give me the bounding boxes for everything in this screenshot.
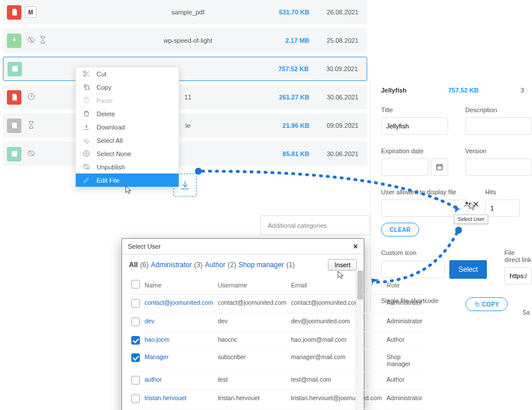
- ctx-select-none[interactable]: Select None: [76, 147, 179, 160]
- file-date: 09.09.2021: [327, 122, 359, 129]
- detail-size: 757.52 KB: [448, 87, 479, 94]
- file-size: 531.70 KB: [279, 9, 309, 16]
- checkbox[interactable]: [131, 376, 140, 385]
- title-input[interactable]: [381, 117, 448, 135]
- file-row[interactable]: 85.81 KB 30.06.2021: [3, 142, 367, 166]
- filter-all[interactable]: All: [129, 261, 138, 269]
- insert-button[interactable]: Insert: [328, 259, 357, 271]
- svg-point-5: [84, 75, 86, 76]
- ctx-delete[interactable]: Delete: [76, 107, 179, 120]
- sa-text: Sa: [523, 309, 530, 316]
- file-row[interactable]: M sample_pdf 531.70 KB 26.08.2021: [3, 0, 367, 24]
- file-date: 30.06.2021: [327, 94, 359, 101]
- scrollbar[interactable]: [356, 271, 364, 410]
- file-row[interactable]: 757.52 KB 30.09.2021: [3, 57, 367, 81]
- pdf-icon: [7, 5, 21, 20]
- file-size: 85.81 KB: [283, 150, 309, 157]
- svg-point-4: [84, 71, 86, 73]
- checkbox[interactable]: [131, 299, 140, 308]
- ctx-download[interactable]: Download: [76, 120, 179, 134]
- file-size: 757.52 KB: [278, 65, 309, 72]
- table-row[interactable]: tristan.hervouettristan.hervouettristan.…: [129, 390, 424, 409]
- file-row[interactable]: le 21.96 KB 09.09.2021: [3, 113, 367, 138]
- hits-label: Hits: [485, 189, 532, 195]
- badge-m: M: [25, 6, 36, 18]
- zip-icon: [7, 34, 21, 48]
- file-date: 30.09.2021: [326, 65, 358, 72]
- table-row[interactable]: Managersubscribermanager@mail.comShop ma…: [129, 349, 424, 372]
- description-input[interactable]: [466, 117, 533, 135]
- svg-rect-0: [12, 66, 17, 71]
- col-email[interactable]: Email: [289, 275, 384, 295]
- file-row[interactable]: wp-speed-of-light 2.17 MB 25.08.2021: [3, 28, 367, 53]
- ctx-copy[interactable]: Copy: [76, 80, 179, 94]
- ctx-select-all[interactable]: Select All: [76, 134, 179, 147]
- cursor-icon: [125, 185, 133, 197]
- hits-input[interactable]: [485, 200, 520, 217]
- file-icon: [7, 119, 21, 133]
- jpg-icon: [8, 62, 22, 76]
- svg-rect-3: [12, 151, 17, 156]
- checkbox[interactable]: [131, 353, 140, 362]
- eye-off-icon: [27, 36, 35, 46]
- file-date: 30.06.2021: [327, 150, 359, 157]
- filter-shop-manager[interactable]: Shop manager: [238, 261, 284, 269]
- file-size: 21.96 KB: [283, 122, 309, 129]
- ctx-unpublish[interactable]: Unpublish: [76, 160, 179, 173]
- svg-rect-12: [476, 304, 479, 306]
- table-row[interactable]: contact@joomunited.comcontact@joomunited…: [129, 295, 424, 313]
- filter-administrator[interactable]: Administrator: [151, 261, 192, 269]
- modal-filters: All(6) Administrator(3) Author(2) Shop m…: [122, 254, 364, 275]
- checkbox[interactable]: [131, 394, 140, 403]
- pdf-icon: [7, 90, 21, 105]
- filter-author[interactable]: Author: [205, 261, 225, 269]
- copy-button[interactable]: COPY: [466, 297, 508, 311]
- file-size: 261.27 KB: [279, 94, 309, 101]
- detail-date: 3: [520, 87, 524, 94]
- context-menu: Cut Copy Paste Delete Download Select Al…: [75, 67, 179, 187]
- hourglass-icon: [27, 121, 35, 131]
- ctx-cut[interactable]: Cut: [76, 67, 179, 80]
- col-name[interactable]: Name: [142, 275, 216, 295]
- file-row[interactable]: 11 261.27 KB 30.06.2021: [3, 85, 367, 109]
- cursor-icon: [337, 270, 345, 282]
- description-label: Description: [466, 106, 533, 113]
- title-label: Title: [381, 106, 448, 113]
- svg-rect-6: [86, 86, 89, 90]
- hourglass-icon: [39, 36, 47, 46]
- file-list-panel: M sample_pdf 531.70 KB 26.08.2021 wp-spe…: [3, 0, 367, 170]
- checkbox[interactable]: [131, 317, 140, 326]
- file-size: 2.17 MB: [285, 37, 309, 44]
- table-row[interactable]: authortesttest@mail.comAuthor: [129, 372, 424, 390]
- clock-icon: [27, 93, 35, 102]
- ctx-paste: Paste: [76, 94, 179, 107]
- user-table: Name Username Email Role contact@joomuni…: [129, 275, 424, 409]
- file-name: wp-speed-of-light: [136, 37, 240, 44]
- svg-rect-2: [12, 123, 16, 128]
- file-name: sample_pdf: [136, 9, 240, 16]
- close-icon[interactable]: ×: [353, 242, 358, 251]
- modal-title: Select User: [128, 243, 161, 250]
- checkbox-all[interactable]: [131, 280, 140, 289]
- table-row[interactable]: hao.joomhaocnchao.joom@mail.comAuthor: [129, 332, 424, 349]
- eye-off-icon: [27, 149, 35, 159]
- expiration-label: Expiration date: [381, 147, 448, 154]
- col-role[interactable]: Role: [384, 275, 424, 295]
- file-date: 25.08.2021: [327, 37, 359, 44]
- checkbox[interactable]: [131, 336, 140, 345]
- table-row[interactable]: devdevdev@joomunited.comAdministrator: [129, 313, 424, 332]
- file-date: 26.08.2021: [327, 9, 359, 16]
- col-username[interactable]: Username: [216, 275, 289, 295]
- svg-point-13: [195, 168, 202, 175]
- direct-link-input[interactable]: [504, 267, 532, 285]
- version-label: Version: [466, 147, 533, 154]
- jpg-icon: [7, 147, 21, 161]
- detail-name: Jellyfish: [381, 87, 407, 94]
- select-user-modal: Select User × All(6) Administrator(3) Au…: [121, 238, 364, 410]
- direct-link-label: File direct link: [504, 249, 532, 263]
